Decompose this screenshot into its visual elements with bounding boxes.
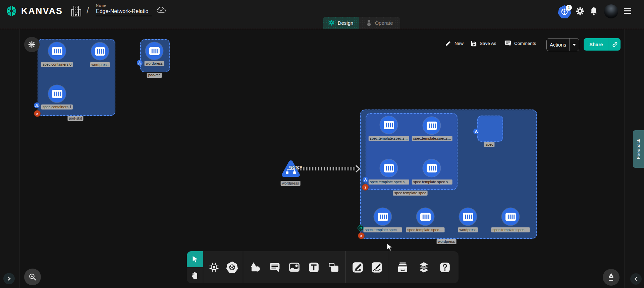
comment-tool-button[interactable] bbox=[267, 260, 282, 275]
user-avatar[interactable] bbox=[604, 4, 618, 18]
drawer-icon bbox=[397, 262, 408, 273]
sitemap-badge-icon[interactable] bbox=[473, 129, 479, 134]
container-node-wordpress[interactable] bbox=[459, 208, 477, 225]
design-tab-icon bbox=[328, 19, 335, 26]
mode-tabs: Design Operate bbox=[323, 17, 400, 29]
comments-icon bbox=[504, 40, 511, 47]
share-button[interactable]: Share bbox=[584, 38, 621, 51]
edge-draw-tool-button[interactable] bbox=[351, 260, 365, 275]
chip-icon bbox=[208, 262, 220, 273]
group-label: spec.template.spec bbox=[393, 191, 428, 196]
node-label: spec.template.spec.s... bbox=[369, 179, 409, 185]
sitemap-badge-icon[interactable] bbox=[34, 102, 40, 108]
components-tool-button[interactable] bbox=[207, 260, 221, 275]
layers-icon bbox=[418, 262, 429, 273]
cloud-saved-icon bbox=[156, 6, 167, 14]
count-badge[interactable]: 3 bbox=[358, 232, 365, 239]
image-icon bbox=[289, 262, 300, 272]
container-node[interactable] bbox=[380, 159, 397, 177]
pan-tool-button[interactable] bbox=[187, 267, 203, 283]
node-label: spec.template.spec.s... bbox=[412, 136, 452, 141]
organization-icon[interactable] bbox=[70, 5, 82, 17]
container-node[interactable] bbox=[374, 208, 391, 225]
node-label: spec.template.spec.... bbox=[364, 227, 402, 232]
freehand-draw-tool-button[interactable] bbox=[370, 260, 384, 275]
pen-nib-icon bbox=[607, 273, 615, 282]
container-node[interactable] bbox=[417, 208, 434, 225]
group-label: pod-skd bbox=[67, 116, 83, 121]
node-label: spec.containers.1 bbox=[41, 104, 73, 110]
cursor-arrow-icon bbox=[191, 256, 199, 263]
shapes-icon bbox=[250, 262, 261, 273]
text-icon bbox=[309, 262, 319, 273]
actions-label: Actions bbox=[547, 42, 569, 48]
feedback-label: Feedback bbox=[636, 139, 641, 159]
group-spec-template-spec[interactable] bbox=[366, 113, 458, 190]
container-node[interactable] bbox=[502, 208, 519, 225]
text-tool-button[interactable] bbox=[307, 260, 321, 275]
save-as-button[interactable]: Save As bbox=[470, 40, 496, 47]
container-node-spec-containers-0[interactable] bbox=[48, 42, 66, 60]
save-icon bbox=[470, 40, 477, 47]
actions-dropdown-button[interactable]: Actions bbox=[546, 38, 579, 51]
node-label: spec.template.spec.s... bbox=[369, 136, 409, 141]
help-tool-button[interactable] bbox=[437, 260, 452, 275]
group-label: spec bbox=[484, 142, 494, 147]
sitemap-badge-icon[interactable] bbox=[137, 60, 143, 66]
notifications-bell-icon[interactable] bbox=[589, 7, 598, 16]
copy-link-button[interactable] bbox=[609, 38, 621, 51]
kubernetes-tool-button[interactable] bbox=[225, 260, 239, 275]
container-node-wordpress-rcc[interactable] bbox=[146, 42, 163, 60]
comments-button[interactable]: Comments bbox=[504, 40, 536, 47]
expand-left-panel-button[interactable] bbox=[3, 273, 15, 284]
image-tool-button[interactable] bbox=[287, 260, 302, 275]
save-as-label: Save As bbox=[480, 41, 496, 46]
tab-operate-label: Operate bbox=[375, 20, 393, 26]
zoom-button[interactable] bbox=[24, 269, 41, 285]
hamburger-menu-icon[interactable] bbox=[624, 8, 631, 15]
shapes-tool-button[interactable] bbox=[248, 260, 263, 275]
pencil-icon bbox=[445, 40, 451, 47]
container-node[interactable] bbox=[423, 159, 440, 177]
kanvas-logo[interactable]: KANVAS bbox=[5, 4, 63, 18]
node-label: wordpress bbox=[90, 62, 110, 67]
magnifier-plus-icon bbox=[28, 273, 37, 281]
sitemap-badge-icon[interactable] bbox=[363, 177, 368, 183]
container-node-spec-containers-1[interactable] bbox=[48, 85, 66, 102]
container-node[interactable] bbox=[423, 117, 440, 134]
group-spec[interactable] bbox=[477, 116, 503, 142]
group-label: wordpress bbox=[437, 239, 457, 244]
drawer-tool-button[interactable] bbox=[395, 260, 410, 275]
container-node-wordpress[interactable] bbox=[91, 43, 109, 60]
tab-design-label: Design bbox=[338, 20, 354, 26]
node-label: spec.template.spec.s... bbox=[412, 179, 452, 185]
comments-label: Comments bbox=[514, 41, 536, 46]
new-button[interactable]: New bbox=[445, 40, 464, 47]
name-field-label: Name bbox=[96, 3, 153, 7]
tab-operate[interactable]: Operate bbox=[359, 17, 400, 29]
design-name-input[interactable] bbox=[96, 7, 152, 16]
count-badge[interactable]: 3 bbox=[362, 184, 369, 191]
pencil-squiggle-icon bbox=[371, 262, 382, 273]
note-icon bbox=[328, 263, 339, 272]
canvas-settings-button[interactable] bbox=[24, 37, 40, 52]
settings-gear-icon[interactable] bbox=[576, 7, 585, 16]
container-node[interactable] bbox=[380, 116, 397, 134]
expand-right-panel-button[interactable] bbox=[630, 273, 642, 285]
canvas-toolbar bbox=[187, 251, 459, 283]
actions-caret[interactable] bbox=[569, 39, 579, 51]
question-mark-icon bbox=[440, 262, 450, 273]
meshery-badge-icon[interactable] bbox=[358, 225, 364, 231]
breadcrumb-separator: / bbox=[87, 5, 89, 16]
count-badge[interactable]: 2 bbox=[34, 110, 41, 117]
gear-snowflake-icon bbox=[28, 41, 36, 49]
annotation-pen-button[interactable] bbox=[603, 269, 620, 286]
note-tool-button[interactable] bbox=[326, 260, 341, 275]
feedback-tab[interactable]: Feedback bbox=[633, 130, 644, 168]
new-label: New bbox=[454, 41, 464, 46]
layers-tool-button[interactable] bbox=[417, 260, 431, 275]
tab-design[interactable]: Design bbox=[323, 17, 359, 29]
select-tool-button[interactable] bbox=[187, 251, 203, 267]
node-label: spec.template.spec.... bbox=[491, 227, 530, 232]
network-edge[interactable] bbox=[297, 167, 356, 170]
